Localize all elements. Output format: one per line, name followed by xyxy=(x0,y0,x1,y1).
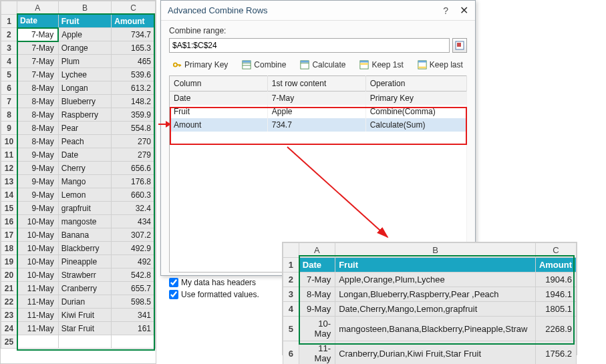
row-header[interactable]: 15 xyxy=(1,202,17,215)
cell[interactable]: 307.2 xyxy=(112,228,156,242)
cell[interactable]: Cranberry xyxy=(58,282,112,295)
cell[interactable]: 434 xyxy=(112,215,156,228)
cell[interactable]: Pineapple xyxy=(58,255,112,268)
table-row[interactable]: 10 8-May Peach 270 xyxy=(1,135,156,148)
row-header[interactable]: 9 xyxy=(1,122,17,135)
result-worksheet[interactable]: A B C 1 Date Fruit Amount 2 7-May Apple,… xyxy=(282,242,577,355)
cell[interactable]: 7-May xyxy=(17,41,59,55)
cell[interactable]: Cranberry,Durian,Kiwi Fruit,Star Fruit xyxy=(335,341,536,365)
cell[interactable]: 10-May xyxy=(17,255,59,268)
cell[interactable]: 8-May xyxy=(299,287,335,302)
cell[interactable]: 341 xyxy=(112,309,156,322)
cell[interactable]: 465 xyxy=(112,55,156,68)
row-header[interactable]: 11 xyxy=(1,148,17,162)
table-row[interactable]: 15 9-May grapfruit 32.4 xyxy=(1,202,156,215)
keep-last-button[interactable]: Keep last xyxy=(414,58,466,71)
cell[interactable]: 270 xyxy=(112,135,156,148)
table-row[interactable]: 12 9-May Cherry 656.6 xyxy=(1,162,156,175)
table-row[interactable]: 13 9-May Mango 176.8 xyxy=(1,175,156,188)
cell[interactable]: 542.8 xyxy=(112,268,156,282)
table-row[interactable]: 2 7-May Apple 734.7 xyxy=(1,28,156,41)
table-row[interactable]: 11 9-May Date 279 xyxy=(1,148,156,162)
col-header-b[interactable]: B xyxy=(335,243,536,258)
cell[interactable]: 279 xyxy=(112,148,156,162)
dialog-titlebar[interactable]: Advanced Combine Rows ? ✕ xyxy=(161,1,475,21)
row-header[interactable]: 22 xyxy=(1,295,17,309)
cell[interactable]: 656.6 xyxy=(112,162,156,175)
cell[interactable]: 11-May xyxy=(17,282,59,295)
table-row[interactable]: 22 11-May Durian 598.5 xyxy=(1,295,156,309)
row-header[interactable]: 13 xyxy=(1,175,17,188)
cell[interactable]: 598.5 xyxy=(112,295,156,309)
cell[interactable]: Longan,Blueberry,Raspberry,Pear ,Peach xyxy=(335,287,536,302)
cell[interactable]: 1805.1 xyxy=(535,302,576,317)
cell[interactable]: Date xyxy=(58,148,112,162)
table-row[interactable]: 20 10-May Strawberr 542.8 xyxy=(1,268,156,282)
row-header[interactable]: 3 xyxy=(1,41,17,55)
primary-key-button[interactable]: Primary Key xyxy=(169,58,231,71)
cell[interactable]: 11-May xyxy=(17,309,59,322)
table-row[interactable]: 6 8-May Longan 613.2 xyxy=(1,81,156,95)
cell[interactable]: 9-May xyxy=(17,162,59,175)
table-row[interactable]: 18 10-May Blackberry 492.9 xyxy=(1,242,156,255)
cell[interactable]: 9-May xyxy=(17,148,59,162)
colgrid-row[interactable]: Fruit Apple Combine(Comma) xyxy=(170,105,467,118)
help-icon[interactable]: ? xyxy=(443,1,448,21)
cell[interactable]: 9-May xyxy=(17,188,59,202)
colgrid-row-selected[interactable]: Amount 734.7 Calculate(Sum) xyxy=(170,118,467,132)
cell[interactable] xyxy=(17,335,59,349)
cell[interactable]: 7-May xyxy=(17,68,59,81)
cell[interactable]: 655.7 xyxy=(112,282,156,295)
row-header[interactable]: 6 xyxy=(1,81,17,95)
row-header[interactable]: 18 xyxy=(1,242,17,255)
row-header[interactable]: 3 xyxy=(283,287,299,302)
col-header-c[interactable]: C xyxy=(535,243,576,258)
header-cell-fruit[interactable]: Fruit xyxy=(58,15,112,28)
cell[interactable]: 554.8 xyxy=(112,122,156,135)
header-cell-amount[interactable]: Amount xyxy=(112,15,156,28)
cell[interactable]: 32.4 xyxy=(112,202,156,215)
cell[interactable]: 11-May xyxy=(299,341,335,365)
cell[interactable]: 539.6 xyxy=(112,68,156,81)
cell[interactable]: Peach xyxy=(58,135,112,148)
cell[interactable]: 7-May xyxy=(299,272,335,287)
table-row[interactable]: 4 9-May Date,Cherry,Mango,Lemon,grapfrui… xyxy=(283,302,577,317)
cell[interactable]: Lemon xyxy=(58,188,112,202)
cell[interactable]: mangoste xyxy=(58,215,112,228)
cell[interactable]: 9-May xyxy=(299,302,335,317)
table-row[interactable]: 23 11-May Kiwi Fruit 341 xyxy=(1,309,156,322)
cell[interactable]: Durian xyxy=(58,295,112,309)
cell[interactable]: Raspberry xyxy=(58,108,112,122)
keep-first-button[interactable]: Keep 1st xyxy=(356,58,406,71)
cell[interactable]: 148.2 xyxy=(112,95,156,108)
table-row[interactable]: 19 10-May Pineapple 492 xyxy=(1,255,156,268)
row-header[interactable]: 17 xyxy=(1,228,17,242)
corner-cell[interactable] xyxy=(283,243,299,258)
colgrid-header-column[interactable]: Column xyxy=(170,76,268,92)
cell[interactable]: 8-May xyxy=(17,135,59,148)
cell[interactable]: 9-May xyxy=(17,175,59,188)
cell[interactable]: 10-May xyxy=(299,317,335,341)
cell[interactable]: Blackberry xyxy=(58,242,112,255)
cell[interactable]: 8-May xyxy=(17,81,59,95)
combine-range-input[interactable] xyxy=(169,38,450,53)
cell[interactable]: Apple xyxy=(58,28,112,41)
row-header[interactable]: 2 xyxy=(283,272,299,287)
cell[interactable]: Mango xyxy=(58,175,112,188)
row-header[interactable]: 24 xyxy=(1,322,17,335)
table-row[interactable]: 17 10-May Banana 307.2 xyxy=(1,228,156,242)
range-picker-button[interactable] xyxy=(452,38,467,53)
cell[interactable]: Apple,Orange,Plum,Lychee xyxy=(335,272,536,287)
cell[interactable]: 176.8 xyxy=(112,175,156,188)
cell[interactable]: Blueberry xyxy=(58,95,112,108)
table-row[interactable]: 21 11-May Cranberry 655.7 xyxy=(1,282,156,295)
table-row[interactable]: 9 8-May Pear 554.8 xyxy=(1,122,156,135)
cell[interactable] xyxy=(112,335,156,349)
cell[interactable]: 165.3 xyxy=(112,41,156,55)
cell[interactable]: 10-May xyxy=(17,242,59,255)
cell[interactable]: 8-May xyxy=(17,95,59,108)
row-header[interactable]: 8 xyxy=(1,108,17,122)
cell[interactable]: 613.2 xyxy=(112,81,156,95)
row-header[interactable]: 4 xyxy=(1,55,17,68)
table-row[interactable]: 4 7-May Plum 465 xyxy=(1,55,156,68)
